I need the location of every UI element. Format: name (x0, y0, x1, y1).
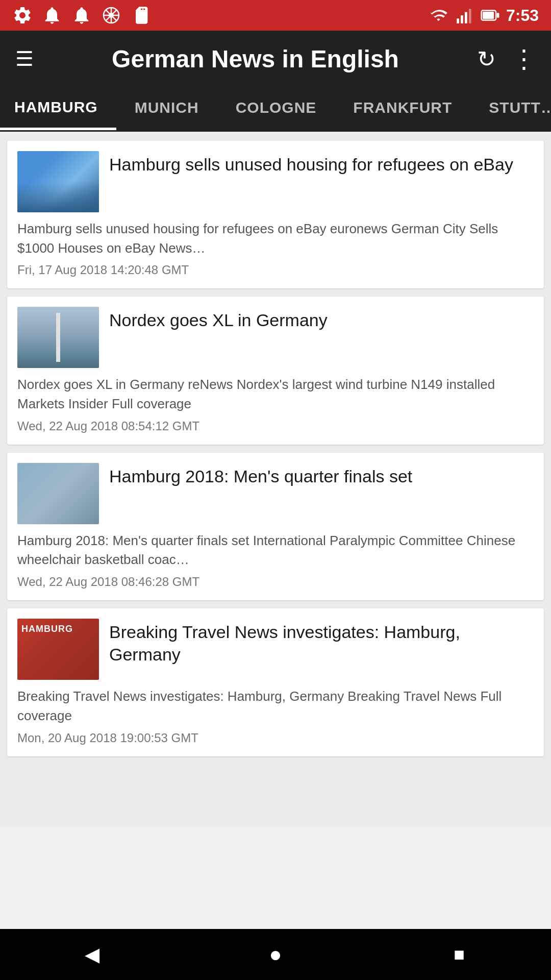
news-card-1[interactable]: Hamburg sells unused housing for refugee… (7, 141, 544, 288)
recents-button[interactable]: ■ (439, 934, 480, 975)
news-thumbnail-3 (17, 463, 99, 524)
signal-icon (455, 6, 474, 25)
tab-bar: HAMBURG MUNICH COLOGNE FRANKFURT STUTT… (0, 87, 551, 132)
wifi-icon (430, 6, 449, 25)
news-thumbnail-1 (17, 151, 99, 212)
status-time: 7:53 (506, 6, 539, 25)
news-card-top-2: Nordex goes XL in Germany (17, 307, 534, 368)
status-icons-left (12, 5, 151, 26)
tab-hamburg[interactable]: HAMBURG (0, 87, 116, 130)
tab-stuttgart[interactable]: STUTT… (470, 87, 551, 130)
battery-icon (481, 6, 500, 25)
more-options-icon[interactable]: ⋮ (511, 44, 536, 74)
menu-icon[interactable]: ☰ (15, 47, 34, 70)
svg-rect-8 (465, 12, 467, 23)
news-summary-2: Nordex goes XL in Germany reNews Nordex'… (17, 375, 534, 413)
tab-cologne[interactable]: COLOGNE (217, 87, 335, 130)
thumb-breaking-text: HAMBURG (21, 624, 73, 634)
news-card-top-4: HAMBURG Breaking Travel News investigate… (17, 619, 534, 680)
refresh-icon[interactable]: ↻ (477, 46, 496, 72)
back-button[interactable]: ◀ (71, 934, 112, 975)
news-card-4[interactable]: HAMBURG Breaking Travel News investigate… (7, 608, 544, 756)
tab-munich[interactable]: MUNICH (116, 87, 217, 130)
news-card-2[interactable]: Nordex goes XL in Germany Nordex goes XL… (7, 297, 544, 444)
home-button[interactable]: ● (255, 934, 296, 975)
news-thumbnail-2 (17, 307, 99, 368)
news-card-top-3: Hamburg 2018: Men's quarter finals set (17, 463, 534, 524)
news-headline-3: Hamburg 2018: Men's quarter finals set (109, 463, 534, 524)
svg-rect-7 (461, 15, 463, 23)
sdcard-icon (131, 5, 151, 26)
notification-icon-2 (71, 5, 92, 26)
news-headline-4: Breaking Travel News investigates: Hambu… (109, 619, 534, 680)
news-summary-3: Hamburg 2018: Men's quarter finals set I… (17, 531, 534, 570)
bottom-nav: ◀ ● ■ (0, 929, 551, 980)
svg-rect-6 (457, 18, 459, 23)
svg-rect-12 (483, 12, 494, 19)
svg-rect-11 (497, 13, 499, 18)
news-card-3[interactable]: Hamburg 2018: Men's quarter finals set H… (7, 453, 544, 600)
news-date-2: Wed, 22 Aug 2018 08:54:12 GMT (17, 419, 534, 433)
news-card-top-1: Hamburg sells unused housing for refugee… (17, 151, 534, 212)
tab-frankfurt[interactable]: FRANKFURT (335, 87, 470, 130)
news-thumbnail-4: HAMBURG (17, 619, 99, 680)
news-date-1: Fri, 17 Aug 2018 14:20:48 GMT (17, 263, 534, 277)
news-date-3: Wed, 22 Aug 2018 08:46:28 GMT (17, 575, 534, 589)
news-summary-4: Breaking Travel News investigates: Hambu… (17, 687, 534, 725)
news-headline-2: Nordex goes XL in Germany (109, 307, 534, 368)
news-feed: Hamburg sells unused housing for refugee… (0, 132, 551, 827)
settings-icon (12, 5, 33, 26)
top-bar: ☰ German News in English ↻ ⋮ (0, 31, 551, 87)
svg-rect-9 (469, 9, 471, 23)
flower-icon (101, 5, 121, 26)
news-date-4: Mon, 20 Aug 2018 19:00:53 GMT (17, 731, 534, 745)
app-title: German News in English (49, 45, 462, 73)
status-bar: 7:53 (0, 0, 551, 31)
notification-icon-1 (42, 5, 62, 26)
news-summary-1: Hamburg sells unused housing for refugee… (17, 219, 534, 258)
status-icons-right: 7:53 (430, 6, 539, 25)
news-headline-1: Hamburg sells unused housing for refugee… (109, 151, 534, 212)
